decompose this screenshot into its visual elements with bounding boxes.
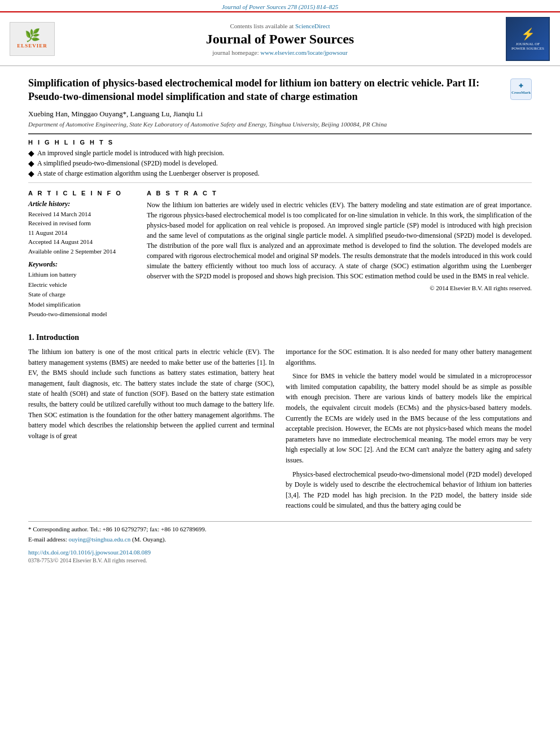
main-content: Simplification of physics-based electroc… xyxy=(0,66,560,574)
article-history-label: Article history: xyxy=(28,200,135,208)
journal-logo: ⚡ JOURNAL OF POWER SOURCES xyxy=(506,17,550,61)
revised-label: Received in revised form xyxy=(28,219,135,228)
article-history-group: Article history: Received 14 March 2014 … xyxy=(28,200,135,256)
intro-para-4: Physics-based electrochemical pseudo-two… xyxy=(286,469,532,511)
title-divider xyxy=(28,133,532,134)
elsevier-logo: 🌿 ELSEVIER xyxy=(10,22,55,56)
intro-col-left: The lithium ion battery is one of the mo… xyxy=(28,347,274,514)
keyword-2: Electric vehicle xyxy=(28,280,135,290)
received-line: Received 14 March 2014 xyxy=(28,209,135,219)
abstract-text: Now the lithium ion batteries are widely… xyxy=(147,200,532,281)
sciencedirect-prefix: Contents lists available at xyxy=(230,23,295,29)
footnotes: * Corresponding author. Tel.: +86 10 627… xyxy=(28,521,532,563)
keyword-1: Lithium ion battery xyxy=(28,270,135,280)
highlights-label: H I G H L I G H T S xyxy=(28,139,532,146)
article-title-block: Simplification of physics-based electroc… xyxy=(28,76,532,104)
journal-citation-text: Journal of Power Sources 278 (2015) 814–… xyxy=(222,3,339,10)
journal-logo-text: JOURNAL OF POWER SOURCES xyxy=(509,42,546,51)
highlights-list: ◆ An improved single particle model is i… xyxy=(28,149,532,178)
keywords-label: Keywords: xyxy=(28,260,135,269)
info-abstract-columns: A R T I C L E I N F O Article history: R… xyxy=(28,190,532,324)
elsevier-tree-icon: 🌿 xyxy=(25,29,40,42)
email-link[interactable]: ouying@tsinghua.edu.cn xyxy=(68,536,130,543)
highlight-text-3: A state of charge estimation algorithm u… xyxy=(37,169,259,178)
bullet-icon-3: ◆ xyxy=(28,170,34,178)
highlight-item-2: ◆ A simplified pseudo-two-dimensional (S… xyxy=(28,159,532,168)
crossmark-label: CrossMark xyxy=(511,90,531,95)
highlight-text-2: A simplified pseudo-two-dimensional (SP2… xyxy=(37,159,218,168)
keyword-4: Model simplification xyxy=(28,300,135,310)
accepted-line: Accepted 14 August 2014 xyxy=(28,237,135,247)
highlight-text-1: An improved single particle model is int… xyxy=(37,149,224,158)
abstract-label: A B S T R A C T xyxy=(147,190,532,196)
journal-logo-icon: ⚡ xyxy=(521,27,535,41)
journal-logo-area: ⚡ JOURNAL OF POWER SOURCES xyxy=(502,17,553,61)
bullet-icon-2: ◆ xyxy=(28,160,34,168)
authors-text: Xuebing Han, Minggao Ouyang*, Languang L… xyxy=(28,110,203,118)
keyword-5: Pseudo-two-dimensional model xyxy=(28,309,135,320)
intro-columns: The lithium ion battery is one of the mo… xyxy=(28,347,532,514)
bullet-icon-1: ◆ xyxy=(28,150,34,158)
authors: Xuebing Han, Minggao Ouyang*, Languang L… xyxy=(28,110,532,119)
elsevier-logo-area: 🌿 ELSEVIER xyxy=(7,17,58,61)
email-name: (M. Ouyang). xyxy=(132,536,166,543)
crossmark-icon: ✚CrossMark xyxy=(511,83,531,95)
homepage-link[interactable]: www.elsevier.com/locate/jpowsour xyxy=(260,49,347,56)
highlights-divider xyxy=(28,182,532,183)
header-center: Contents lists available at ScienceDirec… xyxy=(63,17,497,61)
highlight-item-3: ◆ A state of charge estimation algorithm… xyxy=(28,169,532,178)
available-line: Available online 2 September 2014 xyxy=(28,247,135,256)
homepage-line: journal homepage: www.elsevier.com/locat… xyxy=(212,49,347,56)
crossmark-badge[interactable]: ✚CrossMark xyxy=(510,78,532,100)
journal-title: Journal of Power Sources xyxy=(206,32,354,47)
article-title: Simplification of physics-based electroc… xyxy=(28,76,505,104)
affiliation: Department of Automotive Engineering, St… xyxy=(28,121,532,128)
sciencedirect-link[interactable]: ScienceDirect xyxy=(295,23,330,29)
corresponding-author-note: * Corresponding author. Tel.: +86 10 627… xyxy=(28,525,532,534)
issn-line: 0378-7753/© 2014 Elsevier B.V. All right… xyxy=(28,557,532,563)
abstract-col: A B S T R A C T Now the lithium ion batt… xyxy=(147,190,532,324)
intro-para-1: The lithium ion battery is one of the mo… xyxy=(28,347,274,441)
keywords-group: Keywords: Lithium ion battery Electric v… xyxy=(28,260,135,320)
email-note: E-mail address: ouying@tsinghua.edu.cn (… xyxy=(28,535,532,544)
keyword-3: State of charge xyxy=(28,290,135,300)
intro-col-right: importance for the SOC estimation. It is… xyxy=(286,347,532,514)
intro-heading: 1. Introduction xyxy=(28,333,532,342)
page: Journal of Power Sources 278 (2015) 814–… xyxy=(0,0,560,747)
revised-date: 11 August 2014 xyxy=(28,228,135,238)
highlight-item-1: ◆ An improved single particle model is i… xyxy=(28,149,532,158)
intro-para-2: importance for the SOC estimation. It is… xyxy=(286,347,532,368)
article-info-col: A R T I C L E I N F O Article history: R… xyxy=(28,190,135,324)
email-label: E-mail address: xyxy=(28,536,68,543)
homepage-prefix: journal homepage: xyxy=(212,49,260,56)
intro-para-3: Since for BMS in vehicle the battery mod… xyxy=(286,371,532,465)
elsevier-label: ELSEVIER xyxy=(17,43,47,49)
introduction-section: 1. Introduction The lithium ion battery … xyxy=(28,333,532,514)
sciencedirect-line: Contents lists available at ScienceDirec… xyxy=(230,23,330,29)
doi-link[interactable]: http://dx.doi.org/10.1016/j.jpowsour.201… xyxy=(28,549,151,556)
copyright-line: © 2014 Elsevier B.V. All rights reserved… xyxy=(147,285,532,291)
journal-citation: Journal of Power Sources 278 (2015) 814–… xyxy=(0,0,560,11)
doi-line: http://dx.doi.org/10.1016/j.jpowsour.201… xyxy=(28,549,532,556)
header: 🌿 ELSEVIER Contents lists available at S… xyxy=(0,11,560,66)
article-info-label: A R T I C L E I N F O xyxy=(28,190,135,196)
